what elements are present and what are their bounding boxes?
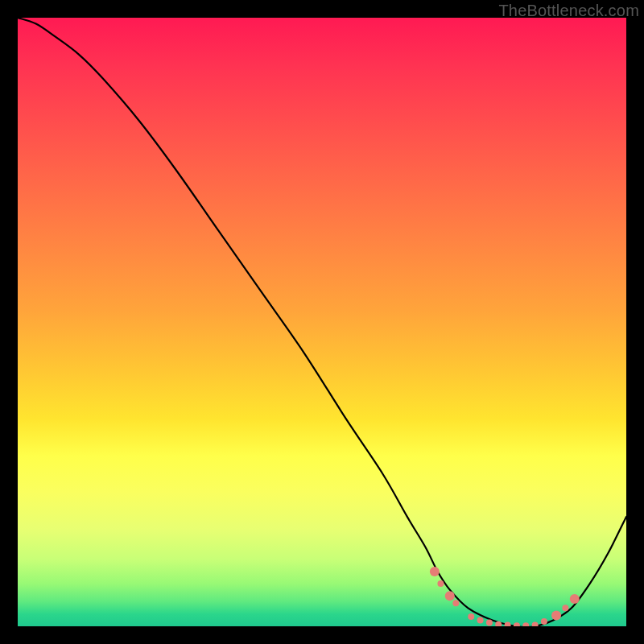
marker-dot <box>486 619 493 625</box>
marker-dot <box>452 600 459 606</box>
marker-dot <box>570 594 580 604</box>
marker-dot <box>514 622 520 626</box>
marker-dot <box>437 580 444 587</box>
marker-dot <box>430 567 440 576</box>
highlight-dots <box>430 567 580 626</box>
marker-dot <box>562 605 568 611</box>
chart-svg <box>18 18 626 626</box>
marker-dot <box>445 591 455 601</box>
marker-dot <box>477 617 484 623</box>
chart-frame: TheBottleneck.com <box>0 0 644 644</box>
marker-dot <box>541 618 547 625</box>
marker-dot <box>468 613 474 620</box>
bottleneck-curve <box>18 18 626 626</box>
marker-dot <box>532 621 539 626</box>
plot-area <box>18 18 626 626</box>
marker-dot <box>505 621 511 626</box>
marker-dot <box>522 622 529 626</box>
marker-dot <box>551 610 561 620</box>
